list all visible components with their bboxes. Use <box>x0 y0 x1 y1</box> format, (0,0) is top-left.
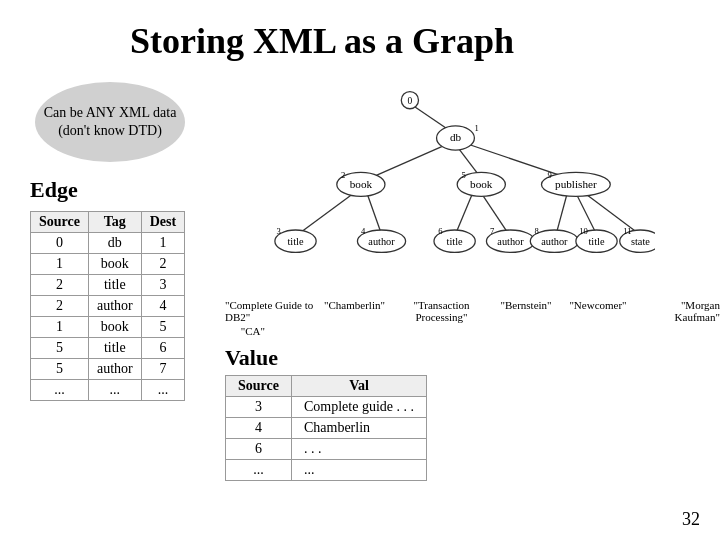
svg-point-40 <box>576 230 617 252</box>
svg-text:book: book <box>470 178 493 190</box>
svg-text:9: 9 <box>548 170 552 180</box>
leaf-labels: "Complete Guide to DB2" "Chamberlin" "Tr… <box>225 299 720 337</box>
leaf-label-morgan: "Morgan Kaufman" <box>635 299 720 323</box>
svg-line-3 <box>468 144 569 178</box>
svg-text:author: author <box>541 236 568 247</box>
svg-point-37 <box>530 230 578 252</box>
svg-line-4 <box>298 193 354 234</box>
table-row: ......... <box>31 380 185 401</box>
table-row: 3Complete guide . . . <box>226 397 427 418</box>
left-column: Can be ANY XML data (don't know DTD) Edg… <box>30 72 210 401</box>
svg-text:3: 3 <box>277 226 281 236</box>
svg-point-43 <box>620 230 655 252</box>
svg-line-6 <box>455 193 472 234</box>
svg-point-31 <box>434 230 475 252</box>
svg-point-34 <box>486 230 534 252</box>
edge-table: Source Tag Dest 0db11book22title32author… <box>30 211 185 401</box>
svg-point-19 <box>457 172 505 196</box>
callout-bubble: Can be ANY XML data (don't know DTD) <box>35 82 185 162</box>
svg-text:book: book <box>350 178 373 190</box>
table-row: 5title6 <box>31 338 185 359</box>
svg-line-0 <box>410 104 453 133</box>
svg-line-5 <box>367 193 382 234</box>
svg-point-28 <box>357 230 405 252</box>
edge-label: Edge <box>30 177 210 203</box>
table-row: 2author4 <box>31 296 185 317</box>
leaf-label-chamberlin: "Chamberlin" <box>317 299 392 323</box>
svg-text:6: 6 <box>438 226 443 236</box>
value-section: Value Source Val 3Complete guide . . .4C… <box>225 345 720 481</box>
svg-line-8 <box>556 193 567 234</box>
svg-line-9 <box>576 193 597 234</box>
table-row: ...... <box>226 460 427 481</box>
svg-text:10: 10 <box>579 226 588 236</box>
value-col-source: Source <box>226 376 292 397</box>
svg-text:5: 5 <box>462 170 466 180</box>
svg-text:author: author <box>368 236 395 247</box>
svg-text:title: title <box>588 236 604 247</box>
table-row: 6. . . <box>226 439 427 460</box>
table-row: 4Chamberlin <box>226 418 427 439</box>
svg-text:7: 7 <box>490 226 495 236</box>
svg-text:1: 1 <box>474 123 478 133</box>
leaf-label-ca: "CA" <box>225 325 265 337</box>
svg-text:publisher: publisher <box>555 178 597 190</box>
svg-line-1 <box>369 147 441 179</box>
edge-col-source: Source <box>31 212 89 233</box>
page: Storing XML as a Graph Can be ANY XML da… <box>0 0 720 540</box>
edge-col-tag: Tag <box>88 212 141 233</box>
svg-text:11: 11 <box>623 226 631 236</box>
page-title: Storing XML as a Graph <box>30 20 690 62</box>
svg-text:2: 2 <box>341 170 345 180</box>
table-row: 1book2 <box>31 254 185 275</box>
leaf-label-transaction: "Transaction Processing" <box>394 299 489 323</box>
value-col-val: Val <box>291 376 426 397</box>
value-table: Source Val 3Complete guide . . .4Chamber… <box>225 375 427 481</box>
svg-point-13 <box>437 126 475 150</box>
edge-col-dest: Dest <box>141 212 184 233</box>
svg-point-25 <box>275 230 316 252</box>
table-row: 2title3 <box>31 275 185 296</box>
graph-container: 0 db 1 book 2 book 5 publisher <box>225 77 655 297</box>
svg-point-16 <box>337 172 385 196</box>
right-column: 0 db 1 book 2 book 5 publisher <box>225 72 720 481</box>
svg-point-22 <box>541 172 610 196</box>
table-row: 0db1 <box>31 233 185 254</box>
leaf-label-newcomer: "Newcomer" <box>563 299 633 323</box>
svg-text:8: 8 <box>535 226 539 236</box>
svg-line-10 <box>584 193 639 234</box>
svg-text:author: author <box>497 236 524 247</box>
svg-text:4: 4 <box>361 226 366 236</box>
svg-line-7 <box>481 193 509 234</box>
page-number: 32 <box>682 509 700 530</box>
svg-text:title: title <box>447 236 463 247</box>
leaf-label-complete: "Complete Guide to DB2" <box>225 299 315 323</box>
value-title: Value <box>225 345 720 371</box>
leaf-label-bernstein: "Bernstein" <box>491 299 561 323</box>
table-row: 1book5 <box>31 317 185 338</box>
svg-point-11 <box>401 92 418 109</box>
svg-text:title: title <box>287 236 303 247</box>
table-row: 5author7 <box>31 359 185 380</box>
svg-text:0: 0 <box>408 96 413 106</box>
svg-line-2 <box>457 147 481 179</box>
svg-text:db: db <box>450 131 462 143</box>
graph-svg: 0 db 1 book 2 book 5 publisher <box>225 77 655 297</box>
svg-text:state: state <box>631 236 650 247</box>
